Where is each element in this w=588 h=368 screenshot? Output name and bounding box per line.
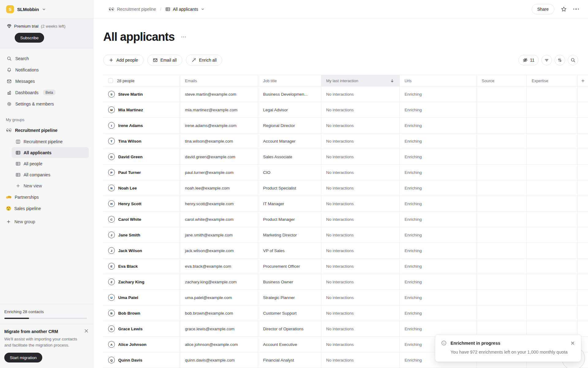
last-interaction-cell[interactable]: No interactions: [321, 352, 400, 368]
urls-cell[interactable]: Enriching: [400, 133, 477, 149]
source-cell[interactable]: [477, 259, 527, 274]
new-group-button[interactable]: New group: [0, 216, 93, 227]
last-interaction-cell[interactable]: No interactions: [321, 227, 400, 243]
column-header-emails[interactable]: Emails: [180, 75, 258, 86]
last-interaction-cell[interactable]: No interactions: [321, 321, 400, 336]
expertise-cell[interactable]: [527, 149, 578, 164]
enrich-all-button[interactable]: Enrich all: [186, 55, 222, 66]
job-title-cell[interactable]: Product Manager: [258, 212, 321, 227]
job-title-cell[interactable]: Regional Director: [258, 118, 321, 133]
urls-cell[interactable]: Enriching: [400, 274, 477, 289]
person-cell[interactable]: CCarol White: [103, 212, 180, 227]
job-title-cell[interactable]: Sales Associate: [258, 149, 321, 164]
new-view-button[interactable]: New view: [12, 180, 89, 191]
person-name[interactable]: Grace Lewis: [118, 327, 143, 331]
person-name[interactable]: Alice Johnson: [118, 342, 146, 347]
sidebar-item-search[interactable]: Search: [0, 53, 91, 64]
sidebar-item-dashboards[interactable]: Dashboards Beta: [0, 87, 91, 98]
sidebar-view-recruitment-pipeline[interactable]: Recruitment pipeline: [12, 136, 89, 147]
job-title-cell[interactable]: VP of Sales: [258, 243, 321, 258]
person-name[interactable]: Noah Lee: [118, 186, 137, 190]
person-name[interactable]: Paul Turner: [118, 170, 141, 175]
job-title-cell[interactable]: Procurement Officer: [258, 259, 321, 274]
urls-cell[interactable]: Enriching: [400, 259, 477, 274]
job-title-cell[interactable]: IT Manager: [258, 196, 321, 211]
person-cell[interactable]: PPaul Turner: [103, 165, 180, 180]
workspace-switcher[interactable]: S SLMobbin: [0, 0, 93, 18]
table-row[interactable]: EEva Blackeva.black@example.comProcureme…: [103, 259, 588, 274]
last-interaction-cell[interactable]: No interactions: [321, 212, 400, 227]
add-column-button[interactable]: [578, 75, 588, 86]
email-cell[interactable]: mia.martinez@example.com: [180, 102, 258, 117]
select-all-checkbox[interactable]: [108, 78, 113, 83]
table-row[interactable]: JJack Wilsonjack.wilson@example.comVP of…: [103, 243, 588, 259]
expertise-cell[interactable]: [527, 196, 578, 211]
urls-cell[interactable]: Enriching: [400, 86, 477, 102]
person-cell[interactable]: ZZachary King: [103, 274, 180, 289]
table-row[interactable]: NNoah Leenoah.lee@example.comProduct Spe…: [103, 180, 588, 196]
urls-cell[interactable]: Enriching: [400, 102, 477, 117]
table-row[interactable]: HHenry Scotthenry.scott@example.comIT Ma…: [103, 196, 588, 212]
breadcrumb-all-applicants[interactable]: All applicants: [165, 7, 205, 12]
sidebar-group-partnerships[interactable]: Partnerships: [0, 191, 93, 203]
expertise-cell[interactable]: [527, 274, 578, 289]
person-name[interactable]: Tina Wilson: [118, 139, 141, 144]
sidebar-item-notifications[interactable]: Notifications: [0, 64, 91, 75]
job-title-cell[interactable]: Customer Support: [258, 305, 321, 321]
source-cell[interactable]: [477, 274, 527, 289]
table-row[interactable]: ZZachary Kingzachary.king@example.comBus…: [103, 274, 588, 290]
expertise-cell[interactable]: [527, 86, 578, 102]
urls-cell[interactable]: Enriching: [400, 196, 477, 211]
last-interaction-cell[interactable]: No interactions: [321, 243, 400, 258]
source-cell[interactable]: [477, 102, 527, 117]
sidebar-view-all-companies[interactable]: All companies: [12, 169, 89, 180]
person-cell[interactable]: IIrene Adams: [103, 118, 180, 133]
hidden-fields-button[interactable]: 11: [518, 55, 539, 65]
urls-cell[interactable]: Enriching: [400, 305, 477, 321]
start-migration-button[interactable]: Start migration: [4, 353, 42, 362]
table-row[interactable]: DDavid Greendavid.green@example.comSales…: [103, 149, 588, 165]
person-cell[interactable]: GGrace Lewis: [103, 321, 180, 336]
person-cell[interactable]: BBob Brown: [103, 305, 180, 321]
more-options-button[interactable]: [573, 9, 579, 10]
email-cell[interactable]: grace.lewis@example.com: [180, 321, 258, 336]
breadcrumb-recruitment-pipeline[interactable]: Recruitment pipeline: [109, 7, 156, 12]
person-name[interactable]: Carol White: [118, 217, 141, 222]
expertise-cell[interactable]: [527, 118, 578, 133]
source-cell[interactable]: [477, 165, 527, 180]
email-cell[interactable]: quinn.davis@example.com: [180, 352, 258, 368]
job-title-cell[interactable]: Director of Operations: [258, 321, 321, 336]
sidebar-view-all-people[interactable]: All people: [12, 158, 89, 169]
person-name[interactable]: Eva Black: [118, 264, 138, 269]
job-title-cell[interactable]: Product Specialist: [258, 180, 321, 196]
person-cell[interactable]: DDavid Green: [103, 149, 180, 164]
email-cell[interactable]: tina.wilson@example.com: [180, 133, 258, 149]
email-all-button[interactable]: Email all: [147, 55, 182, 66]
urls-cell[interactable]: Enriching: [400, 212, 477, 227]
source-cell[interactable]: [477, 243, 527, 258]
source-cell[interactable]: [477, 86, 527, 102]
source-cell[interactable]: [477, 118, 527, 133]
expertise-cell[interactable]: [527, 133, 578, 149]
person-cell[interactable]: UUma Patel: [103, 290, 180, 305]
person-name[interactable]: Jack Wilson: [118, 248, 142, 253]
column-header-people[interactable]: 28 people: [103, 75, 180, 86]
email-cell[interactable]: jane.smith@example.com: [180, 227, 258, 243]
source-cell[interactable]: [477, 227, 527, 243]
table-row[interactable]: JJane Smithjane.smith@example.comMarketi…: [103, 227, 588, 243]
source-cell[interactable]: [477, 305, 527, 321]
job-title-cell[interactable]: Financial Analyst: [258, 352, 321, 368]
source-cell[interactable]: [477, 149, 527, 164]
person-name[interactable]: Zachary King: [118, 280, 145, 284]
urls-cell[interactable]: Enriching: [400, 243, 477, 258]
sort-button[interactable]: [555, 55, 565, 65]
last-interaction-cell[interactable]: No interactions: [321, 274, 400, 289]
person-name[interactable]: Bob Brown: [118, 311, 140, 316]
add-people-button[interactable]: Add people: [103, 55, 144, 66]
person-name[interactable]: Steve Martin: [118, 92, 143, 97]
person-cell[interactable]: QQuinn Davis: [103, 352, 180, 368]
email-cell[interactable]: zachary.king@example.com: [180, 274, 258, 289]
job-title-cell[interactable]: Marketing Director: [258, 227, 321, 243]
table-row[interactable]: SSteve Martinsteve.martin@example.comBus…: [103, 86, 588, 102]
star-icon[interactable]: [561, 6, 567, 12]
